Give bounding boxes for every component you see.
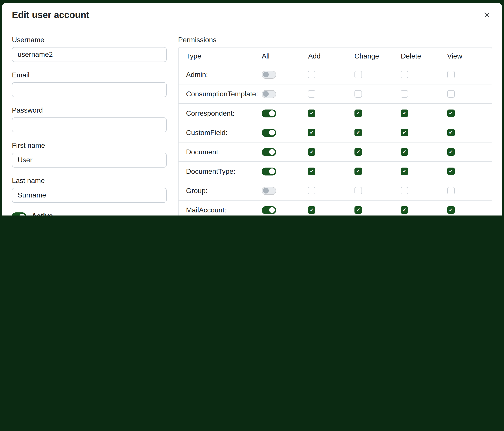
permission-row: DocumentType:✔✔✔✔ <box>179 162 492 181</box>
permission-delete-checkbox[interactable]: ✔ <box>401 109 408 117</box>
permission-all-toggle[interactable] <box>262 187 276 195</box>
last-name-label: Last name <box>12 177 167 185</box>
toggle-knob <box>269 130 275 135</box>
permission-view-checkbox[interactable] <box>447 71 455 78</box>
permission-add-checkbox[interactable]: ✔ <box>308 168 315 175</box>
permission-view-checkbox[interactable]: ✔ <box>447 148 455 156</box>
permission-type-label: Correspondent: <box>179 109 260 117</box>
permission-add-checkbox[interactable]: ✔ <box>308 206 315 214</box>
page-backdrop: Edit user account × Username Email Passw… <box>0 0 504 216</box>
permission-delete-checkbox[interactable]: ✔ <box>401 129 408 136</box>
permission-change-checkbox[interactable] <box>354 71 362 78</box>
toggle-knob <box>263 91 269 97</box>
permission-all-toggle[interactable] <box>262 90 276 98</box>
permission-row: Correspondent:✔✔✔✔ <box>179 104 492 123</box>
permission-view-checkbox[interactable] <box>447 90 455 98</box>
permission-all-toggle[interactable] <box>262 167 276 175</box>
first-name-group: First name <box>12 142 167 168</box>
permission-view-checkbox[interactable] <box>447 187 455 194</box>
permission-row: Document:✔✔✔✔ <box>179 143 492 162</box>
permission-all-toggle[interactable] <box>262 71 276 79</box>
permission-type-label: Admin: <box>179 71 260 79</box>
permission-change-checkbox[interactable]: ✔ <box>354 109 362 117</box>
permission-delete-checkbox[interactable] <box>401 90 408 98</box>
username-input[interactable] <box>12 47 167 62</box>
permission-delete-checkbox[interactable] <box>401 71 408 78</box>
permission-view-checkbox[interactable]: ✔ <box>447 168 455 175</box>
permission-change-checkbox[interactable] <box>354 90 362 98</box>
last-name-input[interactable] <box>12 188 167 203</box>
permission-row: Group: <box>179 181 492 201</box>
permissions-table: Type All Add Change Delete View Admin:Co… <box>178 47 492 216</box>
permission-all-toggle[interactable] <box>262 148 276 156</box>
email-input[interactable] <box>12 82 167 97</box>
permission-view-checkbox[interactable]: ✔ <box>447 206 455 214</box>
permission-type-label: DocumentType: <box>179 167 260 175</box>
password-group: Password <box>12 107 167 132</box>
toggle-knob <box>263 72 269 77</box>
toggle-knob <box>269 169 275 174</box>
col-header-view: View <box>445 52 492 60</box>
permission-delete-checkbox[interactable]: ✔ <box>401 148 408 156</box>
password-label: Password <box>12 107 167 114</box>
permission-change-checkbox[interactable]: ✔ <box>354 168 362 175</box>
toggle-knob <box>263 188 269 194</box>
username-label: Username <box>12 36 167 44</box>
toggle-knob <box>269 149 275 155</box>
permissions-label: Permissions <box>178 36 492 44</box>
col-header-delete: Delete <box>399 52 445 60</box>
dialog-title: Edit user account <box>12 10 89 20</box>
permission-row: Admin: <box>179 65 492 84</box>
permission-all-toggle[interactable] <box>262 109 276 117</box>
email-group: Email <box>12 71 167 97</box>
permission-change-checkbox[interactable]: ✔ <box>354 148 362 156</box>
close-icon[interactable]: × <box>482 10 492 20</box>
permission-row: CustomField:✔✔✔✔ <box>179 123 492 143</box>
col-header-change: Change <box>353 52 399 60</box>
permission-type-label: CustomField: <box>179 129 260 136</box>
col-header-all: All <box>260 52 306 60</box>
permission-row: MailAccount:✔✔✔✔ <box>179 201 492 216</box>
permission-change-checkbox[interactable] <box>354 187 362 194</box>
permissions-table-body: Admin:ConsumptionTemplate:Correspondent:… <box>179 65 492 216</box>
user-form: Username Email Password First name Last … <box>12 36 167 216</box>
permission-change-checkbox[interactable]: ✔ <box>354 129 362 136</box>
permission-all-toggle[interactable] <box>262 206 276 214</box>
permission-delete-checkbox[interactable]: ✔ <box>401 168 408 175</box>
username-group: Username <box>12 36 167 62</box>
password-input[interactable] <box>12 117 167 132</box>
permission-row: ConsumptionTemplate: <box>179 84 492 104</box>
permission-delete-checkbox[interactable]: ✔ <box>401 206 408 214</box>
first-name-label: First name <box>12 142 167 150</box>
permissions-table-header: Type All Add Change Delete View <box>179 47 492 65</box>
permissions-section: Permissions Type All Add Change Delete V… <box>178 36 492 216</box>
col-header-add: Add <box>306 52 353 60</box>
permission-add-checkbox[interactable]: ✔ <box>308 109 315 117</box>
last-name-group: Last name <box>12 177 167 203</box>
permission-add-checkbox[interactable] <box>308 187 315 194</box>
permission-view-checkbox[interactable]: ✔ <box>447 109 455 117</box>
permission-delete-checkbox[interactable] <box>401 187 408 194</box>
toggle-knob <box>19 214 25 216</box>
modal-body: Username Email Password First name Last … <box>2 27 502 216</box>
permission-all-toggle[interactable] <box>262 129 276 136</box>
modal-header: Edit user account × <box>2 3 502 27</box>
permission-type-label: Document: <box>179 148 260 156</box>
permission-type-label: MailAccount: <box>179 206 260 214</box>
toggle-knob <box>269 207 275 213</box>
permission-add-checkbox[interactable]: ✔ <box>308 148 315 156</box>
permission-add-checkbox[interactable] <box>308 90 315 98</box>
active-label: Active <box>32 212 53 216</box>
permission-add-checkbox[interactable]: ✔ <box>308 129 315 136</box>
toggle-knob <box>269 110 275 116</box>
edit-user-modal: Edit user account × Username Email Passw… <box>2 3 502 216</box>
permission-change-checkbox[interactable]: ✔ <box>354 206 362 214</box>
first-name-input[interactable] <box>12 153 167 168</box>
permission-view-checkbox[interactable]: ✔ <box>447 129 455 136</box>
permission-type-label: ConsumptionTemplate: <box>179 90 260 98</box>
active-toggle[interactable] <box>12 212 26 216</box>
active-row: Active <box>12 212 167 216</box>
email-label: Email <box>12 71 167 79</box>
permission-add-checkbox[interactable] <box>308 71 315 78</box>
permission-type-label: Group: <box>179 187 260 195</box>
